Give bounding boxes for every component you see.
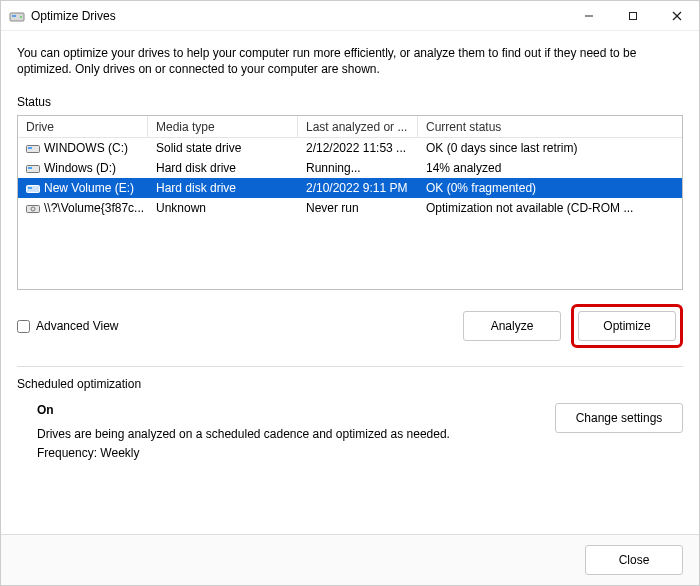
schedule-text: On Drives are being analyzed on a schedu… (17, 401, 535, 463)
svg-rect-10 (28, 167, 32, 169)
drive-name: Windows (D:) (44, 161, 116, 175)
content-area: You can optimize your drives to help you… (1, 31, 699, 534)
schedule-state: On (37, 401, 535, 420)
cell-media: Unknown (148, 201, 298, 215)
svg-rect-1 (12, 15, 16, 17)
column-last-analyzed[interactable]: Last analyzed or ... (298, 116, 418, 137)
schedule-body: On Drives are being analyzed on a schedu… (17, 401, 683, 463)
schedule-description: Drives are being analyzed on a scheduled… (37, 425, 535, 444)
minimize-button[interactable] (567, 1, 611, 31)
divider (17, 366, 683, 367)
svg-point-2 (20, 16, 22, 18)
svg-rect-4 (630, 12, 637, 19)
maximize-button[interactable] (611, 1, 655, 31)
column-drive[interactable]: Drive (18, 116, 148, 137)
advanced-view-checkbox[interactable]: Advanced View (17, 319, 119, 333)
cell-last: 2/10/2022 9:11 PM (298, 181, 418, 195)
svg-rect-12 (28, 187, 32, 189)
footer: Close (1, 534, 699, 585)
cell-media: Hard disk drive (148, 161, 298, 175)
table-header: Drive Media type Last analyzed or ... Cu… (18, 116, 682, 138)
schedule-frequency: Frequency: Weekly (37, 444, 535, 463)
window-title-group: Optimize Drives (9, 8, 567, 24)
drive-name: \\?\Volume{3f87c... (44, 201, 144, 215)
optimize-drives-window: Optimize Drives You can optimize your dr… (0, 0, 700, 586)
cell-drive: New Volume (E:) (18, 181, 148, 195)
column-current-status[interactable]: Current status (418, 116, 682, 137)
optimize-button[interactable]: Optimize (578, 311, 676, 341)
actions-row: Advanced View Analyze Optimize (17, 304, 683, 348)
cell-status: 14% analyzed (418, 161, 682, 175)
window-title-text: Optimize Drives (31, 9, 116, 23)
advanced-view-input[interactable] (17, 320, 30, 333)
advanced-view-label: Advanced View (36, 319, 119, 333)
table-row[interactable]: New Volume (E:)Hard disk drive2/10/2022 … (18, 178, 682, 198)
cell-media: Solid state drive (148, 141, 298, 155)
close-button[interactable] (655, 1, 699, 31)
titlebar: Optimize Drives (1, 1, 699, 31)
description-text: You can optimize your drives to help you… (17, 45, 683, 77)
cell-status: Optimization not available (CD-ROM ... (418, 201, 682, 215)
cell-status: OK (0% fragmented) (418, 181, 682, 195)
change-settings-button[interactable]: Change settings (555, 403, 683, 433)
close-dialog-button[interactable]: Close (585, 545, 683, 575)
analyze-button[interactable]: Analyze (463, 311, 561, 341)
optimize-highlight: Optimize (571, 304, 683, 348)
app-icon (9, 8, 25, 24)
cell-drive: Windows (D:) (18, 161, 148, 175)
status-label: Status (17, 95, 683, 109)
column-media-type[interactable]: Media type (148, 116, 298, 137)
table-row[interactable]: WINDOWS (C:)Solid state drive2/12/2022 1… (18, 138, 682, 158)
svg-rect-8 (28, 147, 32, 149)
table-row[interactable]: \\?\Volume{3f87c...UnknownNever runOptim… (18, 198, 682, 218)
cell-last: 2/12/2022 11:53 ... (298, 141, 418, 155)
drive-name: New Volume (E:) (44, 181, 134, 195)
cell-media: Hard disk drive (148, 181, 298, 195)
drives-table: Drive Media type Last analyzed or ... Cu… (17, 115, 683, 290)
table-body: WINDOWS (C:)Solid state drive2/12/2022 1… (18, 138, 682, 218)
cell-drive: \\?\Volume{3f87c... (18, 201, 148, 215)
table-row[interactable]: Windows (D:)Hard disk driveRunning...14%… (18, 158, 682, 178)
cell-last: Running... (298, 161, 418, 175)
cell-last: Never run (298, 201, 418, 215)
cell-drive: WINDOWS (C:) (18, 141, 148, 155)
drive-name: WINDOWS (C:) (44, 141, 128, 155)
cell-status: OK (0 days since last retrim) (418, 141, 682, 155)
scheduled-optimization-label: Scheduled optimization (17, 377, 683, 391)
